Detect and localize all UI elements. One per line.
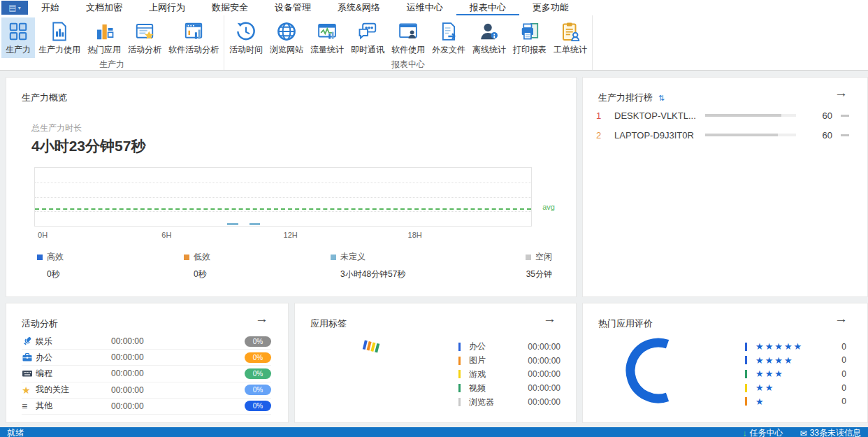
- panel-title: 生产力排行榜 ⇅: [598, 92, 665, 104]
- ribbon-button-browse-sites[interactable]: 浏览网站: [266, 17, 307, 58]
- clipboard-user-icon: [560, 21, 581, 42]
- ribbon-button-offline-stats[interactable]: 离线统计: [469, 17, 509, 58]
- chart-bar: [249, 223, 261, 225]
- briefcase-icon: [22, 352, 33, 363]
- ribbon-button-productivity-usage[interactable]: 生产力使用: [35, 17, 84, 58]
- ribbon-group-report-center: 活动时间 浏览网站 流量统计 即时通讯 软件使用 外发文件: [224, 15, 593, 70]
- panel-title-text: 生产力排行榜: [598, 92, 653, 103]
- score-bar-fill: [705, 134, 778, 136]
- menu-item-web-behavior[interactable]: 上网行为: [136, 0, 198, 15]
- menu-item-ops-center[interactable]: 运维中心: [393, 0, 456, 15]
- ribbon-button-label: 即时通讯: [351, 44, 384, 56]
- trend-flat-icon: [841, 134, 849, 136]
- gridline: [35, 182, 531, 183]
- menu-item-doc-encrypt[interactable]: 文档加密: [73, 0, 136, 15]
- legend-tick: [745, 384, 747, 392]
- ribbon: 生产力 生产力使用 热门应用 活动分析 软件活动分析 生产力: [0, 15, 868, 71]
- menu-item-start[interactable]: 开始: [28, 0, 73, 15]
- printer-icon: [519, 21, 540, 42]
- avg-line: [35, 208, 531, 210]
- app-tags-legend: 办公 00:00:00 图片 00:00:00 游戏 00:00:00 视频 0…: [458, 340, 560, 409]
- legend-item-undefined: 未定义 3小时48分钟57秒: [331, 251, 405, 280]
- percent-badge: 0%: [245, 368, 271, 379]
- ribbon-button-label: 活动时间: [229, 44, 263, 56]
- ribbon-button-label: 生产力使用: [38, 44, 80, 56]
- stars: ★★★: [755, 369, 841, 378]
- percent-badge: 0%: [245, 385, 271, 395]
- open-detail-arrow-icon[interactable]: →: [834, 85, 848, 101]
- ribbon-button-activity-time[interactable]: 活动时间: [226, 17, 266, 58]
- doc-arrow-icon: [438, 21, 459, 42]
- tag-row-office: 办公 00:00:00: [458, 340, 560, 354]
- legend-tick: [745, 370, 747, 378]
- rating-row-5: ★★★★★ 0: [745, 340, 846, 354]
- activity-row-office: 办公 00:00:00 0%: [22, 350, 271, 366]
- gridline: [35, 211, 531, 212]
- activity-label: 其他: [36, 400, 111, 412]
- menu-lines-icon: ≡: [22, 401, 36, 411]
- activity-row-my-focus: ★ 我的关注 00:00:00 0%: [22, 382, 271, 399]
- chevron-down-icon: ▾: [18, 5, 21, 11]
- chat-bubbles-icon: [357, 21, 378, 42]
- legend-tick: [745, 356, 747, 364]
- ribbon-button-productivity[interactable]: 生产力: [1, 17, 35, 58]
- tag-time: 00:00:00: [528, 342, 560, 352]
- panel-productivity-overview: 生产力概览 总生产力时长 4小时23分钟57秒 avg 0H 6H 12H 18…: [6, 77, 577, 297]
- menu-item-report-center[interactable]: 报表中心: [456, 0, 519, 15]
- menu-item-data-security[interactable]: 数据安全: [198, 0, 261, 15]
- panel-title: 生产力概览: [22, 92, 67, 104]
- activity-time: 00:00:00: [111, 336, 243, 346]
- window-user-icon: [398, 21, 419, 42]
- ribbon-button-instant-messaging[interactable]: 即时通讯: [347, 17, 388, 58]
- ribbon-button-print-report[interactable]: 打印报表: [509, 17, 550, 58]
- ribbon-button-label: 浏览网站: [270, 44, 303, 56]
- envelope-icon: ✉: [800, 429, 807, 437]
- menu-item-system-network[interactable]: 系统&网络: [324, 0, 393, 15]
- rating-count: 0: [841, 396, 846, 406]
- productivity-timeline-chart: avg: [34, 167, 532, 227]
- rating-count: 0: [841, 342, 846, 352]
- task-center-button[interactable]: ↓ 任务中心: [743, 427, 783, 437]
- activity-time: 00:00:00: [111, 385, 243, 395]
- menu-item-device-mgmt[interactable]: 设备管理: [261, 0, 324, 15]
- ribbon-button-software-usage[interactable]: 软件使用: [388, 17, 428, 58]
- legend-item-idle: 空闲 35分钟: [526, 251, 552, 280]
- chart-bar: [227, 223, 238, 225]
- clock-history-icon: [236, 21, 256, 42]
- rating-row-2: ★★ 0: [745, 381, 846, 395]
- rank-number: 2: [596, 130, 614, 141]
- ribbon-button-label: 热门应用: [87, 44, 121, 56]
- app-menu-button[interactable]: ▤ ▾: [1, 1, 28, 15]
- tag-label: 办公: [469, 341, 528, 352]
- x-tick: 18H: [408, 231, 422, 239]
- statusbar: 就绪 ↓ 任务中心 ✉ 33条未读信息: [0, 427, 868, 437]
- score-value: 60: [796, 130, 841, 141]
- unread-messages-button[interactable]: ✉ 33条未读信息: [800, 427, 861, 437]
- activity-time: 00:00:00: [111, 352, 243, 362]
- ribbon-button-traffic-stats[interactable]: 流量统计: [307, 17, 347, 58]
- open-detail-arrow-icon[interactable]: →: [255, 311, 268, 327]
- legend-tick: [458, 357, 461, 365]
- rating-count: 0: [841, 383, 846, 393]
- ribbon-button-software-activity[interactable]: 软件活动分析: [165, 17, 222, 58]
- ribbon-button-label: 外发文件: [432, 44, 465, 56]
- ribbon-button-ticket-stats[interactable]: 工单统计: [550, 17, 591, 58]
- open-detail-arrow-icon[interactable]: →: [543, 311, 556, 327]
- open-detail-arrow-icon[interactable]: →: [834, 311, 848, 327]
- stars: ★★: [755, 383, 841, 392]
- ribbon-button-label: 活动分析: [128, 44, 161, 56]
- ribbon-button-hot-apps[interactable]: 热门应用: [84, 17, 124, 58]
- activity-row-entertainment: 娱乐 00:00:00 0%: [22, 334, 271, 350]
- legend-label: 空闲: [535, 251, 552, 263]
- menu-item-more[interactable]: 更多功能: [519, 0, 582, 15]
- tag-time: 00:00:00: [528, 369, 560, 379]
- legend-tick: [458, 343, 461, 351]
- ribbon-button-label: 工单统计: [554, 44, 587, 56]
- trend-flat-icon: [841, 115, 849, 117]
- ranking-row: 1 DESKTOP-VLKTL... 60: [596, 107, 851, 124]
- ribbon-button-outgoing-files[interactable]: 外发文件: [428, 17, 469, 58]
- total-productivity-label: 总生产力时长: [31, 122, 82, 134]
- ribbon-button-activity-analysis[interactable]: 活动分析: [124, 17, 165, 58]
- sort-icon[interactable]: ⇅: [658, 94, 665, 102]
- globe-icon: [276, 21, 297, 42]
